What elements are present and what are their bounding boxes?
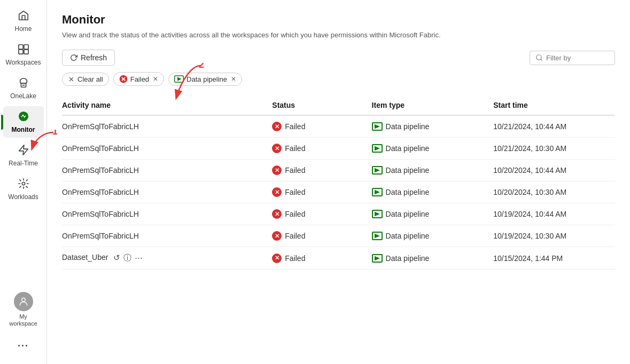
item-type-label: Data pipeline (386, 210, 430, 218)
cell-status: ✕ Failed (272, 181, 371, 203)
cell-start-time: 10/21/2024, 10:44 AM (493, 115, 615, 138)
filter-input[interactable] (546, 54, 600, 62)
status-label: Failed (285, 166, 305, 175)
cell-activity-name: OnPremSqlToFabricLH (62, 138, 272, 160)
cell-item-type: Data pipeline (372, 115, 494, 138)
table-row: OnPremSqlToFabricLH ✕ Failed Data pipeli… (62, 181, 615, 203)
failed-status-icon: ✕ (272, 165, 282, 175)
status-label: Failed (285, 232, 305, 240)
search-icon (535, 54, 543, 61)
cell-start-time: 10/21/2024, 10:30 AM (493, 138, 615, 160)
svg-point-9 (21, 298, 25, 302)
cell-item-type: Data pipeline (372, 160, 494, 181)
clear-all-chip[interactable]: Clear all (62, 73, 109, 86)
cell-start-time: 10/19/2024, 10:30 AM (493, 225, 615, 247)
svg-marker-25 (375, 256, 380, 260)
data-pipeline-chip-close[interactable]: ✕ (231, 75, 236, 83)
failed-status-icon: ✕ (272, 187, 282, 197)
workloads-icon (18, 178, 29, 191)
svg-marker-19 (375, 124, 380, 129)
sidebar-item-workloads[interactable]: Workloads (3, 173, 44, 205)
item-type-label: Data pipeline (386, 122, 430, 131)
sidebar-item-realtime-label: Real-Time (9, 160, 38, 167)
sidebar-item-monitor[interactable]: Monitor (3, 106, 44, 138)
home-icon (18, 10, 29, 23)
pipeline-icon (372, 210, 383, 218)
table-row: OnPremSqlToFabricLH ✕ Failed Data pipeli… (62, 225, 615, 247)
more-label: ... (18, 338, 29, 349)
refresh-button[interactable]: Refresh (62, 50, 115, 66)
item-type-label: Data pipeline (386, 232, 430, 240)
pipeline-icon (372, 122, 383, 131)
table-row: OnPremSqlToFabricLH ✕ Failed Data pipeli… (62, 203, 615, 225)
cell-start-time: 10/19/2024, 10:44 AM (493, 203, 615, 225)
sidebar-item-onelake[interactable]: OneLake (3, 73, 44, 104)
sidebar-item-workspaces-label: Workspaces (6, 59, 41, 66)
sidebar-item-home-label: Home (14, 25, 32, 33)
page-subtitle: View and track the status of the activit… (62, 31, 615, 39)
failed-chip-icon (119, 75, 128, 83)
cell-status: ✕ Failed (272, 115, 371, 138)
table-row: OnPremSqlToFabricLH ✕ Failed Data pipeli… (62, 115, 615, 138)
cell-activity-name: Dataset_Uber ↺ ⓘ ⋯ (62, 247, 272, 270)
sidebar-item-home[interactable]: Home (3, 5, 44, 37)
sidebar-item-my-workspace[interactable]: My workspace (3, 288, 44, 331)
data-table: Activity name Status Item type Start tim… (62, 96, 615, 270)
data-pipeline-chip-label: Data pipeline (186, 75, 227, 83)
svg-marker-20 (375, 146, 380, 151)
refresh-icon (70, 54, 77, 61)
cell-status: ✕ Failed (272, 203, 371, 225)
cell-item-type: Data pipeline (372, 203, 494, 225)
failed-status-icon: ✕ (272, 254, 282, 263)
svg-rect-0 (18, 45, 22, 49)
sidebar-item-realtime[interactable]: Real-Time (3, 140, 44, 171)
cell-activity-name: OnPremSqlToFabricLH (62, 160, 272, 181)
cell-activity-name: OnPremSqlToFabricLH (62, 203, 272, 225)
pipeline-icon (372, 166, 383, 175)
toolbar: Refresh (62, 50, 615, 66)
realtime-icon (18, 144, 29, 157)
sidebar-more[interactable]: ... (3, 334, 44, 353)
svg-marker-21 (375, 168, 380, 172)
sidebar-item-workspaces[interactable]: Workspaces (3, 39, 44, 70)
cell-start-time: 10/15/2024, 1:44 PM (493, 247, 615, 270)
cell-item-type: Data pipeline (372, 247, 494, 270)
svg-line-11 (541, 59, 542, 61)
item-type-label: Data pipeline (386, 254, 430, 263)
info-button[interactable]: ⓘ (123, 253, 131, 263)
sidebar-item-workloads-label: Workloads (8, 193, 38, 201)
sidebar-item-onelake-label: OneLake (10, 92, 36, 100)
svg-point-8 (22, 182, 25, 185)
svg-marker-24 (375, 234, 380, 238)
onelake-icon (18, 77, 29, 90)
data-pipeline-chip[interactable]: Data pipeline ✕ (168, 73, 242, 86)
cell-status: ✕ Failed (272, 138, 371, 160)
more-button[interactable]: ⋯ (135, 253, 143, 263)
failed-chip[interactable]: Failed ✕ (113, 72, 164, 86)
cell-start-time: 10/20/2024, 10:30 AM (493, 181, 615, 203)
failed-chip-label: Failed (130, 75, 149, 83)
failed-status-icon: ✕ (272, 122, 282, 131)
data-pipeline-chip-icon (174, 75, 184, 83)
refresh-label: Refresh (81, 53, 107, 62)
table-row: OnPremSqlToFabricLH ✕ Failed Data pipeli… (62, 138, 615, 160)
failed-chip-close[interactable]: ✕ (153, 75, 158, 83)
status-label: Failed (285, 254, 305, 263)
pipeline-icon (372, 188, 383, 196)
main-content: Monitor View and track the status of the… (47, 0, 630, 364)
cell-status: ✕ Failed (272, 225, 371, 247)
status-label: Failed (285, 188, 305, 196)
avatar (14, 292, 33, 311)
cell-activity-name: OnPremSqlToFabricLH (62, 225, 272, 247)
cell-item-type: Data pipeline (372, 181, 494, 203)
filter-bar: Clear all Failed ✕ Data pipeline ✕ (62, 72, 615, 86)
svg-marker-23 (375, 212, 380, 216)
table-row: Dataset_Uber ↺ ⓘ ⋯ ✕ Failed Data pipelin… (62, 247, 615, 270)
item-type-label: Data pipeline (386, 144, 430, 153)
cell-item-type: Data pipeline (372, 138, 494, 160)
status-label: Failed (285, 210, 305, 218)
svg-marker-7 (19, 145, 28, 155)
filter-input-wrap[interactable] (530, 51, 615, 65)
status-label: Failed (285, 122, 305, 131)
history-button[interactable]: ↺ (113, 253, 120, 263)
